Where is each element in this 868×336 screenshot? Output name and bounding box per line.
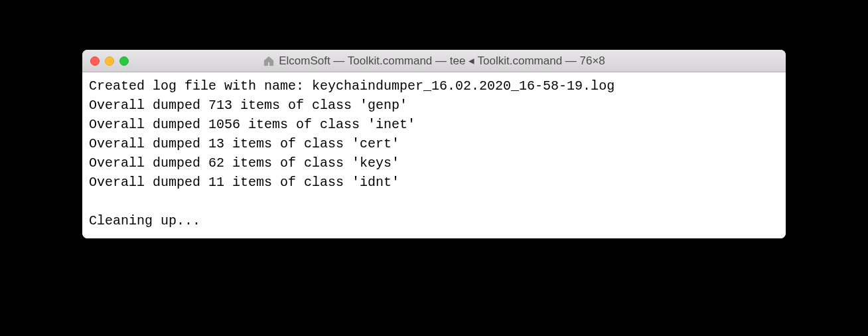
- terminal-line: Overall dumped 11 items of class 'idnt': [89, 173, 779, 192]
- terminal-line: Overall dumped 13 items of class 'cert': [89, 134, 779, 153]
- maximize-button[interactable]: [119, 56, 129, 66]
- window-titlebar[interactable]: ElcomSoft — Toolkit.command — tee ◂ Tool…: [82, 50, 786, 72]
- terminal-line: Overall dumped 62 items of class 'keys': [89, 153, 779, 173]
- home-icon: [263, 55, 275, 67]
- terminal-window: ElcomSoft — Toolkit.command — tee ◂ Tool…: [82, 50, 786, 238]
- terminal-output[interactable]: Created log file with name: keychaindump…: [82, 72, 786, 238]
- terminal-line: Overall dumped 1056 items of class 'inet…: [89, 115, 779, 134]
- close-button[interactable]: [90, 56, 100, 66]
- terminal-blank-line: [89, 192, 779, 211]
- terminal-line: Cleaning up...: [89, 211, 779, 230]
- window-title: ElcomSoft — Toolkit.command — tee ◂ Tool…: [279, 54, 605, 68]
- title-container: ElcomSoft — Toolkit.command — tee ◂ Tool…: [82, 54, 786, 68]
- terminal-line: Created log file with name: keychaindump…: [89, 76, 779, 96]
- minimize-button[interactable]: [105, 56, 114, 66]
- terminal-line: Overall dumped 713 items of class 'genp': [89, 96, 779, 115]
- traffic-lights: [90, 56, 129, 66]
